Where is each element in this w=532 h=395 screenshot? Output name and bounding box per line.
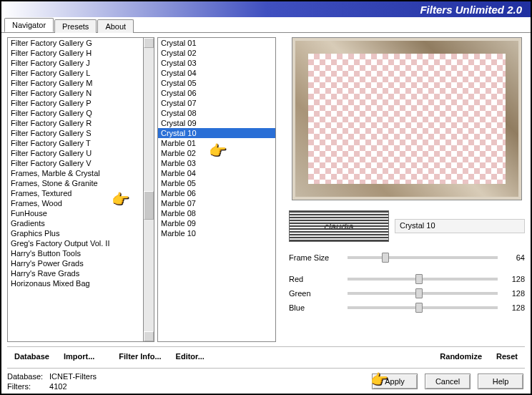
list-item[interactable]: Frames, Wood: [8, 198, 143, 208]
slider-group: Frame Size 64 Red 128 Green 128: [289, 250, 525, 315]
list-item[interactable]: Frames, Textured: [8, 188, 143, 198]
list-item[interactable]: Harry's Button Tools: [8, 248, 143, 258]
filter-column: Crystal 01Crystal 02Crystal 03Crystal 04…: [154, 37, 276, 342]
preview-column: claudia Crystal 10 Frame Size 64 Red 128: [276, 37, 525, 342]
list-item[interactable]: Filter Factory Gallery H: [8, 48, 143, 58]
list-item[interactable]: Crystal 01: [158, 38, 275, 48]
reset-button[interactable]: Reset: [489, 349, 525, 364]
list-item[interactable]: Crystal 10: [158, 128, 275, 138]
scroll-up-button[interactable]: [144, 38, 154, 48]
list-item[interactable]: Harry's Rave Grads: [8, 268, 143, 278]
author-logo: claudia: [289, 210, 389, 242]
list-item[interactable]: Marble 06: [158, 188, 275, 198]
current-filter-name: Crystal 10: [395, 219, 525, 233]
list-item[interactable]: Frames, Stone & Granite: [8, 178, 143, 188]
scroll-thumb[interactable]: [144, 191, 154, 220]
list-item[interactable]: Harry's Power Grads: [8, 258, 143, 268]
randomize-button[interactable]: Randomize: [433, 349, 489, 364]
slider-label: Red: [289, 275, 342, 283]
author-logo-text: claudia: [324, 221, 353, 232]
list-item[interactable]: Greg's Factory Output Vol. II: [8, 238, 143, 248]
list-item[interactable]: Marble 10: [158, 228, 275, 238]
app-title: Filters Unlimited 2.0: [420, 4, 522, 16]
list-item[interactable]: Filter Factory Gallery V: [8, 158, 143, 168]
list-item[interactable]: Filter Factory Gallery J: [8, 58, 143, 68]
list-item[interactable]: Filter Factory Gallery S: [8, 128, 143, 138]
list-item[interactable]: Filter Factory Gallery Q: [8, 108, 143, 118]
editor-button[interactable]: Editor...: [169, 349, 212, 364]
filter-info-button[interactable]: Filter Info...: [112, 349, 168, 364]
list-item[interactable]: Filter Factory Gallery G: [8, 38, 143, 48]
slider-thumb[interactable]: [415, 303, 423, 313]
slider-value: 128: [503, 303, 525, 312]
category-list[interactable]: Filter Factory Gallery GFilter Factory G…: [7, 37, 143, 342]
status-db-label: Database:: [7, 371, 47, 381]
list-item[interactable]: Filter Factory Gallery N: [8, 88, 143, 98]
preview-image: [292, 37, 522, 200]
list-item[interactable]: Filter Factory Gallery M: [8, 78, 143, 88]
apply-button[interactable]: Apply: [372, 374, 418, 389]
slider-value: 128: [503, 275, 525, 283]
slider-label: Blue: [289, 303, 342, 312]
list-item[interactable]: Marble 05: [158, 178, 275, 188]
list-item[interactable]: Marble 07: [158, 198, 275, 208]
toolbar-row: Database Import... Filter Info... Editor…: [7, 346, 525, 365]
status-filters-value: 4102: [49, 382, 66, 391]
list-item[interactable]: Crystal 03: [158, 58, 275, 68]
list-item[interactable]: Marble 08: [158, 208, 275, 218]
scroll-track[interactable]: [144, 48, 154, 331]
list-item[interactable]: Crystal 08: [158, 108, 275, 118]
slider-frame-size[interactable]: Frame Size 64: [289, 250, 525, 265]
list-item[interactable]: Crystal 02: [158, 48, 275, 58]
list-item[interactable]: Filter Factory Gallery R: [8, 118, 143, 128]
tab-presets[interactable]: Presets: [54, 19, 97, 33]
tab-navigator[interactable]: Navigator: [4, 18, 54, 32]
list-item[interactable]: Marble 09: [158, 218, 275, 228]
list-item[interactable]: Crystal 07: [158, 98, 275, 108]
category-scrollbar[interactable]: [143, 37, 154, 342]
slider-thumb[interactable]: [415, 274, 423, 284]
tab-about[interactable]: About: [97, 19, 134, 33]
slider-red[interactable]: Red 128: [289, 272, 525, 286]
list-item[interactable]: Marble 01: [158, 138, 275, 148]
scroll-down-button[interactable]: [144, 331, 154, 341]
list-item[interactable]: Graphics Plus: [8, 228, 143, 238]
columns: Filter Factory Gallery GFilter Factory G…: [7, 37, 525, 342]
list-item[interactable]: Marble 03: [158, 158, 275, 168]
list-item[interactable]: Crystal 09: [158, 118, 275, 128]
preview-checker: [308, 54, 506, 184]
list-item[interactable]: Horizonaus Mixed Bag: [8, 278, 143, 288]
status-db-value: ICNET-Filters: [49, 372, 97, 381]
list-item[interactable]: Marble 02: [158, 148, 275, 158]
list-item[interactable]: Crystal 06: [158, 88, 275, 98]
slider-track[interactable]: [348, 306, 498, 309]
list-item[interactable]: Filter Factory Gallery P: [8, 98, 143, 108]
list-item[interactable]: FunHouse: [8, 208, 143, 218]
list-item[interactable]: Gradients: [8, 218, 143, 228]
list-item[interactable]: Crystal 05: [158, 78, 275, 88]
list-item[interactable]: Filter Factory Gallery T: [8, 138, 143, 148]
slider-value: 64: [503, 253, 525, 262]
database-button[interactable]: Database: [7, 349, 56, 364]
list-item[interactable]: Filter Factory Gallery U: [8, 148, 143, 158]
list-item[interactable]: Filter Factory Gallery L: [8, 68, 143, 78]
slider-blue[interactable]: Blue 128: [289, 301, 525, 315]
import-button[interactable]: Import...: [56, 349, 102, 364]
titlebar: Filters Unlimited 2.0: [1, 1, 531, 17]
tabstrip: Navigator Presets About: [1, 17, 531, 33]
list-item[interactable]: Marble 04: [158, 168, 275, 178]
slider-track[interactable]: [348, 278, 498, 281]
slider-label: Green: [289, 289, 342, 298]
help-button[interactable]: Help: [478, 374, 523, 389]
cancel-button[interactable]: Cancel: [425, 374, 471, 389]
slider-thumb[interactable]: [415, 288, 423, 298]
filter-list[interactable]: Crystal 01Crystal 02Crystal 03Crystal 04…: [157, 37, 276, 342]
slider-track[interactable]: [348, 256, 498, 259]
status-text: Database: ICNET-Filters Filters: 4102: [7, 369, 122, 392]
slider-thumb[interactable]: [382, 253, 389, 263]
list-item[interactable]: Crystal 04: [158, 68, 275, 78]
filter-name-row: claudia Crystal 10: [289, 210, 525, 242]
list-item[interactable]: Frames, Marble & Crystal: [8, 168, 143, 178]
slider-track[interactable]: [348, 292, 498, 295]
slider-green[interactable]: Green 128: [289, 286, 525, 301]
